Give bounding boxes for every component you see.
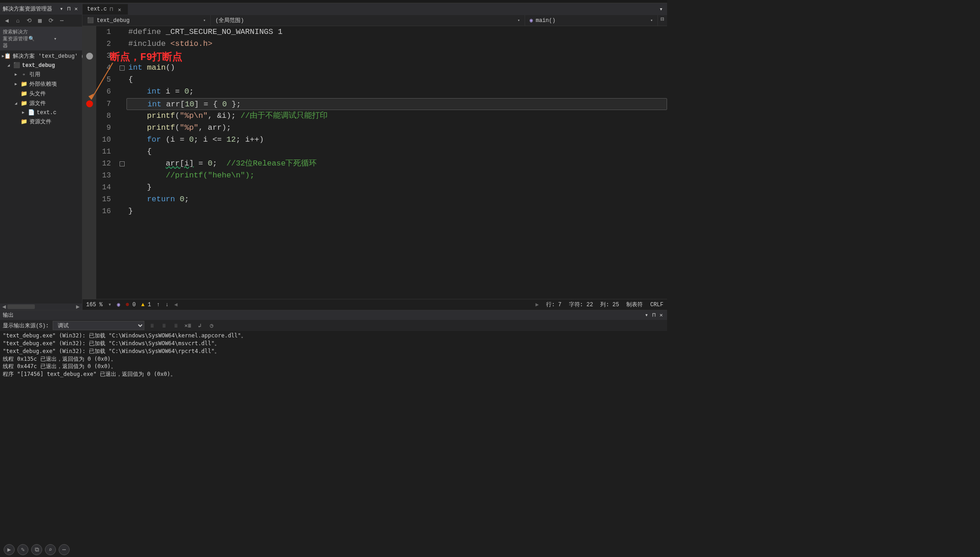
code-line[interactable]: //printf("hehe\n");	[126, 170, 667, 182]
code-content[interactable]: 断点，F9打断点 #define _CRT_SECURE_NO_WARNINGS…	[126, 26, 667, 299]
tree-solution[interactable]: ▶ 📋 解决方案 'text_debug' (1	[0, 51, 82, 61]
nav-global-dropdown[interactable]: (全局范围) ▾	[211, 15, 525, 26]
fold-cell[interactable]	[117, 170, 126, 182]
output-source-select[interactable]: 调试	[53, 321, 144, 330]
pin-icon[interactable]: ⊓	[109, 6, 115, 13]
breakpoint-cell[interactable]	[82, 50, 96, 62]
fold-cell[interactable]	[117, 193, 126, 205]
close-icon[interactable]: ✕	[658, 312, 664, 319]
code-editor[interactable]: 12345678910111213141516 -- 断点，F9打断点 #def…	[82, 26, 667, 299]
nav-down-icon[interactable]: ↓	[165, 302, 169, 308]
fold-cell[interactable]	[117, 134, 126, 146]
fold-cell[interactable]	[117, 86, 126, 98]
tree-headers[interactable]: 📁 头文件	[0, 89, 82, 99]
fold-cell[interactable]	[117, 205, 126, 217]
expand-icon[interactable]: ▶	[15, 72, 20, 77]
solution-search[interactable]: 搜索解决方案资源管理器 🔍 ▾	[0, 27, 82, 50]
code-line[interactable]: arr[i] = 0; //32位Release下死循环	[126, 158, 667, 170]
home-icon[interactable]: ⌂	[14, 17, 22, 25]
output-btn-2[interactable]: ≣	[160, 321, 168, 330]
clear-icon[interactable]: ✕≣	[184, 321, 192, 330]
breakpoint-gutter[interactable]	[82, 26, 96, 299]
tree-file-text-c[interactable]: ▶ 📄 text.c	[0, 108, 82, 117]
sync-icon[interactable]: ⟲	[25, 17, 33, 25]
expand-icon[interactable]: ◢	[7, 63, 13, 68]
code-line[interactable]: }	[126, 182, 667, 193]
pin-icon[interactable]: ⊓	[651, 312, 657, 319]
tab-text-c[interactable]: text.c ⊓ ✕	[82, 4, 128, 15]
zoom-level[interactable]: 165 %	[86, 302, 103, 308]
fold-cell[interactable]	[117, 98, 126, 110]
tree-references[interactable]: ▶ ▫ 引用	[0, 70, 82, 79]
breakpoint-cell[interactable]	[82, 146, 96, 158]
warning-count[interactable]: ▲ 1	[141, 302, 151, 308]
code-line[interactable]: return 0;	[126, 193, 667, 205]
breakpoint-cell[interactable]	[82, 170, 96, 182]
refresh-icon[interactable]: ⟳	[47, 17, 55, 25]
output-text[interactable]: "text_debug.exe" (Win32): 已加载 "C:\Window…	[0, 331, 667, 379]
code-line[interactable]: for (i = 0; i <= 12; i++)	[126, 134, 667, 146]
nav-function-dropdown[interactable]: ◉main() ▾	[525, 15, 658, 26]
error-count[interactable]: ⊗ 0	[126, 301, 136, 308]
breakpoint-cell[interactable]	[82, 62, 96, 74]
breakpoint-cell[interactable]	[82, 158, 96, 170]
fold-toggle-icon[interactable]: -	[120, 66, 125, 71]
close-icon[interactable]: ✕	[118, 6, 123, 12]
breakpoint-cell[interactable]	[82, 193, 96, 205]
se-hscroll[interactable]: ◀ ▶	[0, 303, 82, 310]
tree-resources[interactable]: 📁 资源文件	[0, 117, 82, 127]
nav-scope-dropdown[interactable]: ⬛text_debug ▾	[82, 15, 211, 26]
zoom-dropdown-icon[interactable]: ▾	[108, 301, 111, 308]
search-dropdown-icon[interactable]: ▾	[54, 36, 79, 42]
more-icon[interactable]: ⋯	[58, 17, 66, 25]
filter-icon[interactable]: ▦	[36, 17, 44, 25]
status-tabs[interactable]: 制表符	[626, 301, 643, 309]
breakpoint-cell[interactable]	[82, 182, 96, 193]
breakpoint-hollow-icon[interactable]	[86, 53, 93, 60]
breakpoint-cell[interactable]	[82, 38, 96, 50]
tree-sources[interactable]: ◢ 📁 源文件	[0, 99, 82, 108]
code-line[interactable]: printf("%p\n", &i); //由于不能调试只能打印	[126, 110, 667, 122]
dropdown-icon[interactable]: ▾	[643, 312, 650, 319]
pin-icon[interactable]: ⊓	[66, 6, 72, 12]
breakpoint-cell[interactable]	[82, 110, 96, 122]
expand-icon[interactable]: ▶	[15, 82, 20, 87]
code-line[interactable]: int main()	[126, 62, 667, 74]
breakpoint-cell[interactable]	[82, 86, 96, 98]
wrap-icon[interactable]: ↲	[196, 321, 204, 330]
breakpoint-cell[interactable]	[82, 134, 96, 146]
dropdown-icon[interactable]: ▾	[58, 6, 65, 12]
breakpoint-cell[interactable]	[82, 205, 96, 217]
breakpoint-active-icon[interactable]	[86, 100, 93, 107]
status-crlf[interactable]: CRLF	[650, 302, 663, 308]
fold-cell[interactable]	[117, 50, 126, 62]
fold-toggle-icon[interactable]: -	[120, 161, 125, 166]
output-btn-3[interactable]: ≣	[172, 321, 180, 330]
fold-cell[interactable]: -	[117, 62, 126, 74]
code-line[interactable]: {	[126, 146, 667, 158]
scroll-left-icon[interactable]: ◀	[1, 303, 7, 310]
code-line[interactable]	[126, 50, 667, 62]
scroll-thumb[interactable]	[7, 304, 35, 309]
fold-cell[interactable]	[117, 38, 126, 50]
breakpoint-cell[interactable]	[82, 74, 96, 86]
fold-cell[interactable]	[117, 26, 126, 38]
expand-icon[interactable]: ◢	[15, 101, 20, 106]
tree-external-deps[interactable]: ▶ 📁 外部依赖项	[0, 79, 82, 89]
breakpoint-cell[interactable]	[82, 98, 96, 110]
fold-cell[interactable]	[117, 110, 126, 122]
code-line[interactable]: int arr[10] = { 0 };	[126, 98, 667, 110]
code-line[interactable]: int i = 0;	[126, 86, 667, 98]
close-icon[interactable]: ✕	[73, 6, 79, 12]
code-line[interactable]: #define _CRT_SECURE_NO_WARNINGS 1	[126, 26, 667, 38]
back-icon[interactable]: ◀	[3, 17, 11, 25]
fold-cell[interactable]	[117, 182, 126, 193]
scroll-right-icon[interactable]: ▶	[75, 303, 81, 310]
scroll-left-icon[interactable]: ◀	[174, 301, 177, 308]
breakpoint-cell[interactable]	[82, 26, 96, 38]
fold-gutter[interactable]: --	[117, 26, 126, 299]
health-icon[interactable]: ◉	[117, 301, 120, 308]
fold-cell[interactable]	[117, 74, 126, 86]
code-line[interactable]: #include <stdio.h>	[126, 38, 667, 50]
split-icon[interactable]: ⊟	[658, 15, 667, 23]
